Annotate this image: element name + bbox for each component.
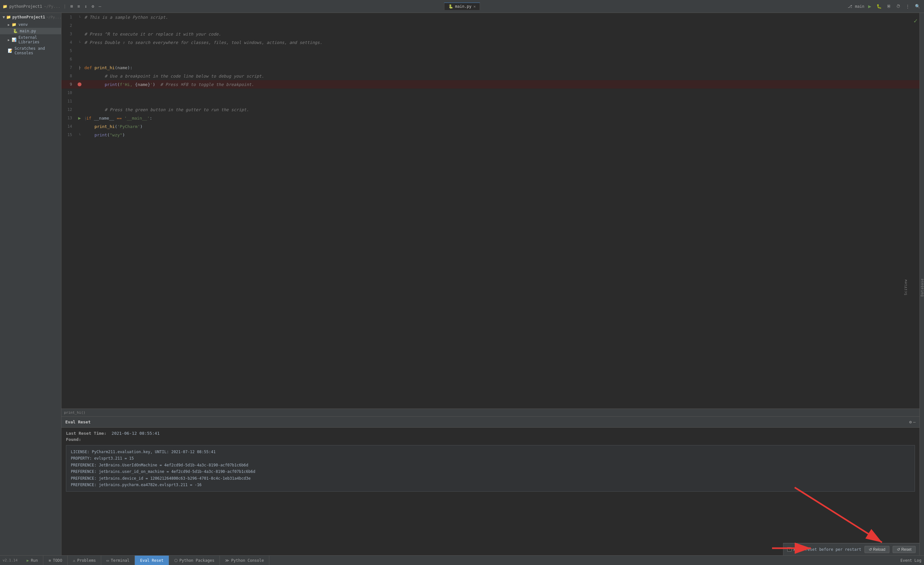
fold-icon-7[interactable]: ├ [79, 66, 81, 69]
coverage-button[interactable]: ⛨ [885, 3, 892, 9]
code-line-10: 10 [62, 88, 920, 97]
minimize-icon[interactable]: — [913, 420, 916, 424]
output-line-3: PREFERENCE: JetBrains.UserIdOnMachine = … [71, 462, 910, 468]
terminal-tab-label: Terminal [111, 558, 130, 563]
last-reset-label: Last Reset Time: [66, 431, 106, 436]
terminal-tab-icon: ▭ [106, 558, 109, 563]
toolbar-btn-1[interactable]: ⊞ [69, 3, 74, 9]
project-root-icon: 📁 [6, 15, 11, 19]
sidebar-header: ▼ 📁 pythonProject1 ~/Py... [0, 13, 61, 21]
tab-label: main.py [455, 4, 472, 9]
code-line-15: 15 └ print("wzy") [62, 130, 920, 139]
fold-icon-15: └ [79, 133, 81, 137]
code-line-9: 9 print(f'Hi, {name}') # Press ⌘F8 to to… [62, 80, 920, 88]
sidebar-venv-label: venv [18, 22, 28, 27]
output-line-2: PROPERTY: evlsprt3.211 = 15 [71, 455, 910, 462]
search-button[interactable]: 🔍 [914, 3, 921, 9]
main-layout: ▼ 📁 pythonProject1 ~/Py... ▶ 📁 venv 🐍 ma… [0, 13, 924, 555]
toolbar-btn-5[interactable]: — [98, 3, 102, 9]
reload-button[interactable]: ↺ Reload [864, 546, 890, 553]
tab-file-icon: 🐍 [448, 4, 453, 9]
eval-reset-tab[interactable]: Eval Reset [135, 556, 169, 565]
todo-tab-icon: ≡ [48, 558, 51, 563]
title-bar-center: 🐍 main.py ✕ [444, 3, 480, 10]
breakpoint-icon[interactable] [78, 82, 81, 86]
run-arrow-icon[interactable]: ▶ [78, 115, 81, 121]
status-bar: v2.1.14 ▶ Run ≡ TODO ⚠ Problems ▭ Termin… [0, 555, 924, 565]
python-packages-label: Python Packages [179, 558, 214, 563]
python-packages-icon: ⬡ [174, 558, 177, 563]
sidebar-ext-lib-label: External Libraries [18, 35, 58, 44]
version-label: v2.1.14 [3, 558, 18, 562]
last-reset-line: Last Reset Time: 2021-06-12 08:55:41 [66, 431, 915, 436]
todo-tab[interactable]: ≡ TODO [44, 556, 68, 565]
breadcrumb: print_hi() [62, 409, 920, 416]
sidebar-item-scratches[interactable]: 📝 Scratches and Consoles [0, 45, 61, 56]
python-console-tab[interactable]: ≫ Python Console [220, 556, 269, 565]
python-console-icon: ≫ [225, 558, 229, 563]
active-tab[interactable]: 🐍 main.py ✕ [444, 3, 480, 10]
right-panel: Database SciView [920, 13, 924, 555]
todo-tab-label: TODO [53, 558, 62, 563]
profile-button[interactable]: ⏱ [895, 3, 902, 9]
reset-button[interactable]: ↺ Reset [892, 546, 916, 553]
code-line-14: 14 print_hi('PyCharm') [62, 122, 920, 130]
sciview-label[interactable]: SciView [904, 279, 908, 295]
event-log-label[interactable]: Event Log [900, 558, 921, 563]
problems-tab[interactable]: ⚠ Problems [68, 556, 101, 565]
editor-area: 1 └ # This is a sample Python script. 2 … [62, 13, 920, 555]
eval-reset-title: Eval Reset [65, 420, 90, 424]
code-container[interactable]: 1 └ # This is a sample Python script. 2 … [62, 13, 920, 409]
status-tabs: ▶ Run ≡ TODO ⚠ Problems ▭ Terminal Eval … [21, 556, 269, 565]
tab-close-icon[interactable]: ✕ [473, 4, 476, 9]
code-line-4: 4 └ # Press Double ⇧ to search everywher… [62, 38, 920, 46]
output-line-6: PREFERENCE: jetbrains.pycharm.ea4782e.ev… [71, 482, 910, 488]
sidebar-item-venv[interactable]: ▶ 📁 venv [0, 21, 61, 28]
folder-icon: 📁 [12, 22, 16, 27]
output-line-5: PREFERENCE: jetbrains.device_id = 120621… [71, 475, 910, 482]
found-line: Found: [66, 437, 915, 442]
code-line-13: 13 ▶ ├if __name__ == '__main__': [62, 114, 920, 122]
problems-tab-icon: ⚠ [73, 558, 75, 563]
green-checkmark: ✓ [914, 17, 918, 25]
debug-button[interactable]: 🐛 [875, 3, 883, 9]
output-box: LICENSE: PyCharm211.evaluation.key, UNTI… [66, 445, 915, 492]
last-reset-value: 2021-06-12 08:55:41 [111, 431, 160, 436]
toolbar-btn-3[interactable]: ↕ [83, 3, 88, 9]
status-right: Event Log [900, 558, 921, 563]
problems-tab-label: Problems [77, 558, 96, 563]
python-console-label: Python Console [231, 558, 264, 563]
python-packages-tab[interactable]: ⬡ Python Packages [169, 556, 220, 565]
toolbar-btn-2[interactable]: ≡ [76, 3, 81, 9]
more-button[interactable]: ⋮ [904, 3, 911, 9]
branch-icon: ⎇ [848, 4, 852, 9]
bottom-panel-content: Last Reset Time: 2021-06-12 08:55:41 Fou… [62, 428, 920, 555]
python-file-icon: 🐍 [13, 29, 18, 33]
sidebar: ▼ 📁 pythonProject1 ~/Py... ▶ 📁 venv 🐍 ma… [0, 13, 62, 555]
fold-icon-1: └ [79, 15, 81, 19]
code-line-12: 12 # Press the green button in the gutte… [62, 105, 920, 114]
chevron-right-icon-2: ▶ [8, 38, 10, 42]
output-line-1: LICENSE: PyCharm211.evaluation.key, UNTI… [71, 449, 910, 455]
run-tab-icon: ▶ [27, 558, 29, 563]
bottom-panel-header: Eval Reset ⚙ — [62, 417, 920, 428]
eval-reset-tab-label: Eval Reset [140, 558, 163, 563]
run-tab[interactable]: ▶ Run [21, 556, 44, 565]
run-button[interactable]: ▶ [867, 3, 873, 10]
toolbar-btn-4[interactable]: ⚙ [90, 3, 95, 9]
sidebar-item-external-libraries[interactable]: ▶ 📊 External Libraries [0, 34, 61, 45]
database-label[interactable]: Database [921, 278, 924, 297]
chevron-right-icon: ▶ [8, 23, 10, 27]
run-tab-label: Run [31, 558, 38, 563]
code-line-8: 8 # Use a breakpoint in the code line be… [62, 72, 920, 80]
code-line-3: 3 # Press ^R to execute it or replace it… [62, 30, 920, 38]
auto-reset-checkbox[interactable]: ✓ [787, 547, 792, 552]
sidebar-item-main-py[interactable]: 🐍 main.py [0, 28, 61, 34]
code-line-11: 11 [62, 97, 920, 105]
branch-label[interactable]: main [855, 4, 864, 9]
library-icon: 📊 [12, 37, 16, 42]
project-icon: 📁 [3, 4, 8, 9]
chevron-down-icon: ▼ [3, 15, 5, 19]
settings-icon[interactable]: ⚙ [909, 420, 912, 424]
terminal-tab[interactable]: ▭ Terminal [101, 556, 135, 565]
